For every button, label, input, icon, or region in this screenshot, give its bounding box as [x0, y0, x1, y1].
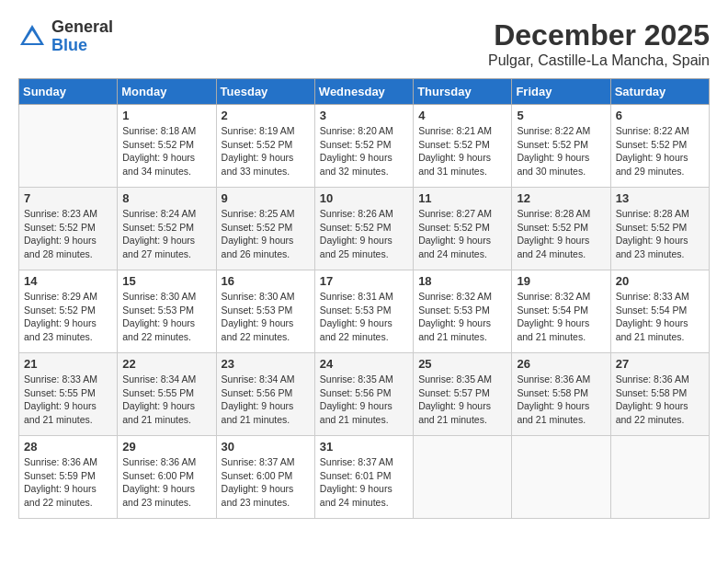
calendar-cell: 19Sunrise: 8:32 AMSunset: 5:54 PMDayligh…	[512, 270, 610, 353]
calendar-header-day: Monday	[118, 79, 216, 105]
calendar-cell: 10Sunrise: 8:26 AMSunset: 5:52 PMDayligh…	[314, 188, 413, 270]
calendar-cell: 22Sunrise: 8:34 AMSunset: 5:55 PMDayligh…	[118, 353, 216, 436]
day-number: 13	[616, 191, 704, 205]
title-block: December 2025 Pulgar, Castille-La Mancha…	[488, 18, 710, 69]
day-number: 2	[222, 109, 310, 122]
day-info: Sunrise: 8:32 AMSunset: 5:53 PMDaylight:…	[418, 290, 506, 344]
calendar-cell: 13Sunrise: 8:28 AMSunset: 5:52 PMDayligh…	[610, 188, 709, 270]
calendar-week-row: 28Sunrise: 8:36 AMSunset: 5:59 PMDayligh…	[19, 436, 710, 519]
calendar-cell: 3Sunrise: 8:20 AMSunset: 5:52 PMDaylight…	[314, 105, 413, 188]
day-info: Sunrise: 8:37 AMSunset: 6:01 PMDaylight:…	[320, 455, 408, 510]
day-number: 28	[24, 440, 112, 454]
calendar-cell: 8Sunrise: 8:24 AMSunset: 5:52 PMDaylight…	[118, 188, 216, 270]
month-year: December 2025	[488, 18, 710, 52]
logo-blue: Blue	[51, 37, 113, 55]
day-number: 16	[222, 274, 310, 288]
day-info: Sunrise: 8:20 AMSunset: 5:52 PMDaylight:…	[320, 124, 408, 178]
day-number: 29	[122, 440, 210, 454]
calendar-cell: 25Sunrise: 8:35 AMSunset: 5:57 PMDayligh…	[414, 353, 512, 436]
day-number: 26	[517, 357, 605, 371]
day-info: Sunrise: 8:29 AMSunset: 5:52 PMDaylight:…	[24, 290, 112, 344]
calendar-week-row: 21Sunrise: 8:33 AMSunset: 5:55 PMDayligh…	[19, 353, 710, 436]
day-number: 1	[122, 109, 210, 122]
day-info: Sunrise: 8:32 AMSunset: 5:54 PMDaylight:…	[517, 290, 605, 344]
calendar-cell: 5Sunrise: 8:22 AMSunset: 5:52 PMDaylight…	[512, 105, 610, 188]
day-number: 14	[24, 274, 112, 288]
day-number: 22	[122, 357, 210, 371]
day-number: 7	[24, 191, 112, 205]
calendar-cell: 28Sunrise: 8:36 AMSunset: 5:59 PMDayligh…	[19, 436, 118, 519]
calendar-cell: 31Sunrise: 8:37 AMSunset: 6:01 PMDayligh…	[314, 436, 413, 519]
day-number: 6	[616, 109, 704, 122]
day-info: Sunrise: 8:35 AMSunset: 5:56 PMDaylight:…	[320, 373, 408, 427]
day-number: 20	[616, 274, 704, 288]
calendar-cell: 1Sunrise: 8:18 AMSunset: 5:52 PMDaylight…	[118, 105, 216, 188]
day-info: Sunrise: 8:22 AMSunset: 5:52 PMDaylight:…	[517, 124, 605, 178]
day-info: Sunrise: 8:36 AMSunset: 5:58 PMDaylight:…	[616, 373, 704, 427]
calendar-cell: 16Sunrise: 8:30 AMSunset: 5:53 PMDayligh…	[216, 270, 314, 353]
calendar-cell	[414, 436, 512, 519]
day-number: 3	[320, 109, 408, 122]
calendar-cell: 24Sunrise: 8:35 AMSunset: 5:56 PMDayligh…	[314, 353, 413, 436]
day-info: Sunrise: 8:22 AMSunset: 5:52 PMDaylight:…	[616, 124, 704, 178]
day-number: 31	[320, 440, 408, 454]
day-info: Sunrise: 8:19 AMSunset: 5:52 PMDaylight:…	[222, 124, 310, 178]
location: Pulgar, Castille-La Mancha, Spain	[488, 52, 710, 69]
day-info: Sunrise: 8:37 AMSunset: 6:00 PMDaylight:…	[222, 455, 310, 510]
calendar-cell: 2Sunrise: 8:19 AMSunset: 5:52 PMDaylight…	[216, 105, 314, 188]
calendar-cell: 20Sunrise: 8:33 AMSunset: 5:54 PMDayligh…	[610, 270, 709, 353]
calendar-cell: 7Sunrise: 8:23 AMSunset: 5:52 PMDaylight…	[19, 188, 118, 270]
day-info: Sunrise: 8:36 AMSunset: 6:00 PMDaylight:…	[122, 455, 210, 510]
day-number: 30	[222, 440, 310, 454]
day-info: Sunrise: 8:27 AMSunset: 5:52 PMDaylight:…	[418, 207, 506, 261]
day-info: Sunrise: 8:30 AMSunset: 5:53 PMDaylight:…	[222, 290, 310, 344]
calendar-cell: 6Sunrise: 8:22 AMSunset: 5:52 PMDaylight…	[610, 105, 709, 188]
logo: General Blue	[18, 18, 113, 55]
calendar-body: 1Sunrise: 8:18 AMSunset: 5:52 PMDaylight…	[19, 105, 710, 519]
day-info: Sunrise: 8:18 AMSunset: 5:52 PMDaylight:…	[122, 124, 210, 178]
day-info: Sunrise: 8:33 AMSunset: 5:55 PMDaylight:…	[24, 373, 112, 427]
day-info: Sunrise: 8:24 AMSunset: 5:52 PMDaylight:…	[122, 207, 210, 261]
day-number: 23	[222, 357, 310, 371]
day-info: Sunrise: 8:35 AMSunset: 5:57 PMDaylight:…	[418, 373, 506, 427]
day-info: Sunrise: 8:33 AMSunset: 5:54 PMDaylight:…	[616, 290, 704, 344]
day-info: Sunrise: 8:23 AMSunset: 5:52 PMDaylight:…	[24, 207, 112, 261]
page-header: General Blue December 2025 Pulgar, Casti…	[18, 18, 710, 69]
logo-general: General	[51, 18, 113, 37]
calendar-header-day: Saturday	[610, 79, 709, 105]
day-number: 21	[24, 357, 112, 371]
day-number: 9	[222, 191, 310, 205]
calendar-header-day: Thursday	[414, 79, 512, 105]
calendar-header-day: Wednesday	[314, 79, 413, 105]
calendar-cell: 9Sunrise: 8:25 AMSunset: 5:52 PMDaylight…	[216, 188, 314, 270]
day-number: 10	[320, 191, 408, 205]
calendar-cell: 14Sunrise: 8:29 AMSunset: 5:52 PMDayligh…	[19, 270, 118, 353]
calendar-cell: 30Sunrise: 8:37 AMSunset: 6:00 PMDayligh…	[216, 436, 314, 519]
day-number: 19	[517, 274, 605, 288]
logo-text: General Blue	[51, 18, 113, 55]
day-info: Sunrise: 8:21 AMSunset: 5:52 PMDaylight:…	[418, 124, 506, 178]
day-info: Sunrise: 8:26 AMSunset: 5:52 PMDaylight:…	[320, 207, 408, 261]
day-info: Sunrise: 8:36 AMSunset: 5:59 PMDaylight:…	[24, 455, 112, 510]
logo-icon	[18, 23, 46, 51]
calendar-week-row: 14Sunrise: 8:29 AMSunset: 5:52 PMDayligh…	[19, 270, 710, 353]
calendar-cell: 15Sunrise: 8:30 AMSunset: 5:53 PMDayligh…	[118, 270, 216, 353]
calendar-header-day: Tuesday	[216, 79, 314, 105]
day-info: Sunrise: 8:28 AMSunset: 5:52 PMDaylight:…	[616, 207, 704, 261]
calendar-header-day: Friday	[512, 79, 610, 105]
day-number: 18	[418, 274, 506, 288]
calendar-week-row: 7Sunrise: 8:23 AMSunset: 5:52 PMDaylight…	[19, 188, 710, 270]
calendar-cell: 26Sunrise: 8:36 AMSunset: 5:58 PMDayligh…	[512, 353, 610, 436]
day-number: 11	[418, 191, 506, 205]
day-number: 12	[517, 191, 605, 205]
day-number: 25	[418, 357, 506, 371]
day-number: 24	[320, 357, 408, 371]
calendar-cell	[512, 436, 610, 519]
day-number: 8	[122, 191, 210, 205]
calendar-cell: 29Sunrise: 8:36 AMSunset: 6:00 PMDayligh…	[118, 436, 216, 519]
calendar-header-day: Sunday	[19, 79, 118, 105]
day-number: 5	[517, 109, 605, 122]
calendar-cell: 4Sunrise: 8:21 AMSunset: 5:52 PMDaylight…	[414, 105, 512, 188]
calendar-table: SundayMondayTuesdayWednesdayThursdayFrid…	[18, 78, 710, 519]
calendar-cell: 11Sunrise: 8:27 AMSunset: 5:52 PMDayligh…	[414, 188, 512, 270]
